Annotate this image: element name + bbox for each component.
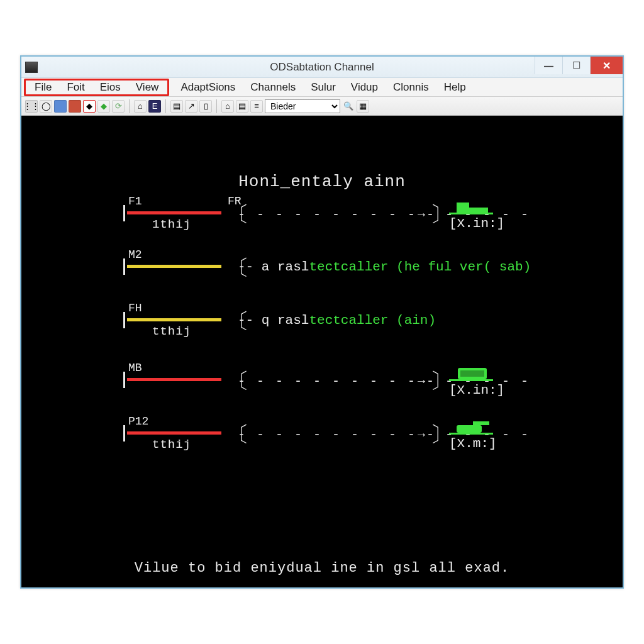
- row-sublabel: tthij: [152, 325, 191, 338]
- tool-icon-6[interactable]: ◆: [97, 100, 110, 113]
- menu-highlight-box: File Foit Eios View: [24, 79, 169, 96]
- tool-icon-13[interactable]: ▤: [236, 100, 248, 113]
- row-sublabel: 1thij: [152, 218, 191, 231]
- row-text: -- q rasltectcaller (ain): [238, 313, 436, 328]
- row-tick: [123, 425, 125, 441]
- menu-foit[interactable]: Foit: [59, 80, 92, 95]
- menu-vidup[interactable]: Vidup: [343, 80, 386, 95]
- toolbar: ⋮⋮ ◯ ◆ ◆ ⟳ ⌂ E ▤ ↗ ▯ ⌂ ▤ ≡ Bieder 🔍 ▦: [21, 97, 623, 116]
- arrow-head-icon: →: [418, 208, 425, 222]
- sprite-icon: [454, 419, 491, 434]
- sprite-underline: [449, 433, 493, 435]
- tool-icon-5[interactable]: ◆: [83, 100, 96, 113]
- menubar: File Foit Eios View AdaptSions Channels …: [21, 78, 623, 97]
- svg-rect-3: [460, 370, 484, 377]
- menu-eios[interactable]: Eios: [92, 80, 128, 95]
- row-tick: [123, 258, 125, 275]
- row-bar: [127, 265, 221, 268]
- row-end-label: [X.in:]: [449, 216, 504, 231]
- tool-icon-11[interactable]: ↗: [185, 100, 197, 113]
- arrow-head-icon: →: [418, 374, 425, 389]
- row-text: -- a rasltectcaller (he ful ver( sab): [238, 260, 531, 274]
- arrow-head-icon: →: [418, 428, 425, 442]
- row-bar: [127, 211, 221, 214]
- close-button[interactable]: [590, 57, 623, 74]
- menu-help[interactable]: Help: [436, 80, 474, 95]
- titlebar: ODSabtation Channel: [21, 57, 623, 78]
- tool-icon-12[interactable]: ▯: [199, 100, 212, 113]
- window-title: ODSabtation Channel: [21, 61, 623, 74]
- bracket-close-icon: 〕: [430, 367, 452, 396]
- signal-row-MB: MB〔- - - - - - - - - - - - - - - -→〕[X.i…: [122, 364, 572, 408]
- menu-channels[interactable]: Channels: [243, 80, 303, 95]
- row-end-label: [X.m:]: [449, 436, 497, 451]
- tool-icon-9[interactable]: E: [148, 100, 161, 113]
- home-icon[interactable]: ⌂: [221, 100, 234, 113]
- row-tag: M2: [128, 248, 142, 261]
- tool-icon-3[interactable]: [54, 100, 67, 113]
- row-tag: P12: [128, 415, 148, 428]
- maximize-button[interactable]: [562, 57, 590, 74]
- app-icon: [25, 62, 38, 73]
- signal-row-M2: M2〔-- a rasltectcaller (he ful ver( sab): [122, 251, 572, 295]
- signal-row-FH: FHtthij〔-- q rasltectcaller (ain): [122, 304, 572, 348]
- row-sublabel: tthij: [152, 438, 191, 452]
- menu-clonnis[interactable]: Clonnis: [386, 80, 436, 95]
- sprite-icon: [454, 199, 491, 214]
- svg-rect-5: [473, 421, 489, 425]
- app-window: ODSabtation Channel File Foit Eios View …: [20, 55, 624, 589]
- bracket-close-icon: 〕: [430, 420, 452, 449]
- menu-sulur[interactable]: Sulur: [303, 80, 343, 95]
- tool-icon-7[interactable]: ⟳: [112, 100, 125, 113]
- row-tag: FH: [128, 302, 142, 314]
- row-end-label: [X.in:]: [449, 383, 504, 397]
- toolbar-sep-2: [165, 99, 166, 113]
- row-tag: F1: [128, 195, 142, 208]
- row-tick: [123, 372, 125, 388]
- toolbar-sep-1: [129, 99, 130, 113]
- sprite-underline: [449, 213, 493, 214]
- menu-adaptsions[interactable]: AdaptSions: [173, 80, 243, 95]
- tool-icon-14[interactable]: ▦: [357, 100, 369, 113]
- row-tag: MB: [128, 362, 142, 374]
- svg-rect-4: [457, 425, 482, 433]
- tool-icon-8[interactable]: ⌂: [134, 100, 147, 113]
- search-icon[interactable]: 🔍: [342, 100, 355, 113]
- toolbar-sep-3: [216, 99, 217, 113]
- row-bar: [127, 431, 221, 435]
- list-icon[interactable]: ≡: [250, 100, 263, 113]
- minimize-button[interactable]: [535, 57, 562, 74]
- row-bar: [127, 378, 221, 381]
- terminal-canvas: Honi_entaly ainn F1FR1thij〔- - - - - - -…: [21, 116, 623, 587]
- toolbar-select[interactable]: Bieder: [265, 99, 340, 113]
- signal-row-F1: F1FR1thij〔- - - - - - - - - - - - - - - …: [122, 197, 572, 242]
- row-tick: [123, 312, 125, 328]
- bracket-close-icon: 〕: [430, 200, 452, 229]
- sprite-icon: [454, 365, 491, 380]
- menu-view[interactable]: View: [128, 80, 167, 95]
- tool-icon-2[interactable]: ◯: [40, 100, 52, 113]
- sprite-underline: [449, 379, 493, 381]
- canvas-heading: Honi_entaly ainn: [21, 172, 623, 191]
- canvas-footer: Vilue to bid eniydual ine in gsl all exa…: [21, 560, 623, 576]
- row-tick: [123, 205, 125, 221]
- tool-icon-1[interactable]: ⋮⋮: [25, 100, 38, 113]
- window-controls: [535, 57, 623, 74]
- menu-file[interactable]: File: [27, 80, 59, 95]
- tool-icon-10[interactable]: ▤: [170, 100, 183, 113]
- signal-row-P12: P12tthij〔- - - - - - - - - - - - - - - -…: [122, 418, 572, 462]
- tool-icon-4[interactable]: [69, 100, 81, 113]
- row-bar: [127, 318, 221, 321]
